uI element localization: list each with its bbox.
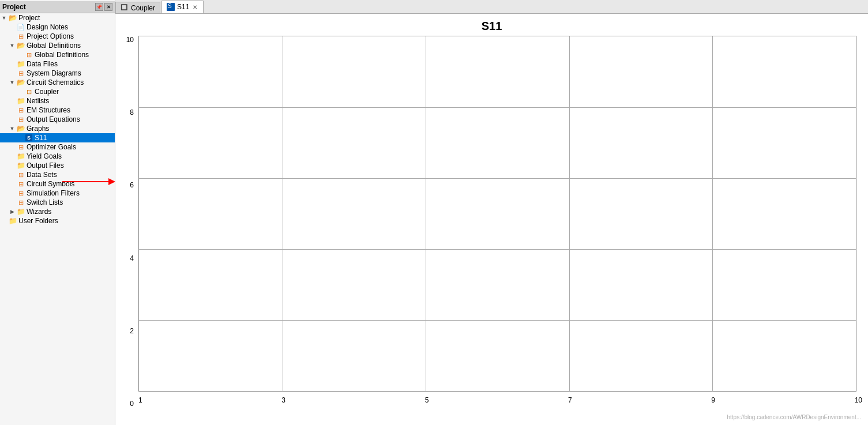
tree-item-netlists[interactable]: 📁 Netlists <box>0 96 115 106</box>
tree-item-data-sets[interactable]: ⊞ Data Sets <box>0 170 115 179</box>
tree-label-em-structures: EM Structures <box>27 106 70 114</box>
content-area: S11 10 8 6 4 2 0 <box>115 14 868 425</box>
tree-expand-design-notes <box>8 23 16 31</box>
tab-coupler-icon: 🔲 <box>121 4 129 12</box>
tree-icon-output-files: 📁 <box>16 161 25 170</box>
tree-item-user-folders[interactable]: 📁 User Folders <box>0 216 115 225</box>
tree-icon-global-definitions: ⊞ <box>24 51 33 59</box>
chart-title: S11 <box>115 14 868 36</box>
tree-label-project: Project <box>18 14 40 22</box>
tree-item-project[interactable]: ▼ 📂 Project <box>0 13 115 22</box>
tree-expand-wizards[interactable]: ▶ <box>8 208 16 216</box>
yaxis-label-2: 2 <box>130 327 136 335</box>
tab-s11[interactable]: S S11 ✕ <box>161 1 204 13</box>
tree-item-simulation-filters[interactable]: ⊞ Simulation Filters <box>0 189 115 198</box>
sidebar-title-label: Project <box>2 3 26 11</box>
tree-icon-netlists: 📁 <box>16 97 25 105</box>
tree-label-simulation-filters: Simulation Filters <box>27 189 80 197</box>
tree-icon-global-definitions-group: 📂 <box>16 42 25 50</box>
tree-label-data-files: Data Files <box>27 60 58 68</box>
sidebar-pin-btn[interactable]: 📌 <box>95 3 103 11</box>
tree-icon-coupler: ⊡ <box>24 88 33 96</box>
tree-label-yield-goals: Yield Goals <box>27 152 62 160</box>
tab-s11-close[interactable]: ✕ <box>191 4 198 10</box>
tree-item-s11-item[interactable]: S S11 <box>0 133 115 142</box>
yaxis-label-0: 0 <box>130 400 136 408</box>
grid-v-3 <box>569 36 570 391</box>
tree-expand-user-folders <box>0 217 8 225</box>
tree-icon-design-notes: 📄 <box>16 23 25 31</box>
project-tree: ▼ 📂 Project 📄 Design Notes ⊞ Project Opt… <box>0 13 115 225</box>
tree-label-optimizer-goals: Optimizer Goals <box>27 143 76 151</box>
tree-item-circuit-symbols[interactable]: ⊞ Circuit Symbols <box>0 179 115 189</box>
tree-icon-wizards: 📁 <box>16 208 25 216</box>
tree-item-global-definitions-group[interactable]: ▼ 📂 Global Definitions <box>0 41 115 50</box>
tab-coupler[interactable]: 🔲 Coupler <box>115 2 160 13</box>
xaxis-label-1: 1 <box>138 396 142 409</box>
tree-item-system-diagrams[interactable]: ⊞ System Diagrams <box>0 69 115 78</box>
tree-expand-project[interactable]: ▼ <box>0 14 8 22</box>
yaxis-label-4: 4 <box>130 254 136 262</box>
tree-icon-s11-item: S <box>24 134 33 142</box>
grid-h-3 <box>139 249 856 250</box>
xaxis-label-7: 7 <box>568 396 572 409</box>
tree-item-graphs[interactable]: ▼ 📂 Graphs <box>0 124 115 133</box>
tree-expand-simulation-filters <box>8 189 16 197</box>
tree-expand-netlists <box>8 97 16 105</box>
tree-icon-circuit-symbols: ⊞ <box>16 180 25 188</box>
tab-s11-label: S11 <box>177 3 189 11</box>
tree-label-circuit-symbols: Circuit Symbols <box>27 180 74 188</box>
sidebar-title: Project 📌 ✕ <box>0 1 115 13</box>
tree-label-system-diagrams: System Diagrams <box>27 69 81 77</box>
tab-coupler-label: Coupler <box>131 4 155 12</box>
tree-label-switch-lists: Switch Lists <box>27 198 63 206</box>
tree-expand-output-files <box>8 161 16 170</box>
sidebar: Project 📌 ✕ ▼ 📂 Project 📄 Design Notes ⊞… <box>0 0 115 425</box>
tree-item-global-definitions[interactable]: ⊞ Global Definitions <box>0 50 115 59</box>
tree-expand-system-diagrams <box>8 69 16 77</box>
tree-icon-system-diagrams: ⊞ <box>16 69 25 77</box>
tree-item-circuit-schematics[interactable]: ▼ 📂 Circuit Schematics <box>0 78 115 87</box>
tree-item-em-structures[interactable]: ⊞ EM Structures <box>0 106 115 115</box>
tree-expand-graphs[interactable]: ▼ <box>8 125 16 133</box>
tree-item-optimizer-goals[interactable]: ⊞ Optimizer Goals <box>0 142 115 152</box>
xaxis-label-3: 3 <box>281 396 285 409</box>
tree-item-coupler[interactable]: ⊡ Coupler <box>0 87 115 96</box>
tree-item-data-files[interactable]: 📁 Data Files <box>0 59 115 69</box>
tree-label-output-files: Output Files <box>27 161 64 170</box>
tree-expand-yield-goals <box>8 152 16 160</box>
tab-bar: 🔲 Coupler S S11 ✕ <box>115 0 868 14</box>
grid-h-1 <box>139 107 856 108</box>
sidebar-close-btn[interactable]: ✕ <box>104 3 112 11</box>
tree-expand-project-options <box>8 32 16 40</box>
tree-label-user-folders: User Folders <box>18 217 58 225</box>
tree-item-switch-lists[interactable]: ⊞ Switch Lists <box>0 198 115 207</box>
tree-label-graphs: Graphs <box>27 125 49 133</box>
tree-expand-global-definitions-group[interactable]: ▼ <box>8 42 16 50</box>
chart-plot-area <box>138 36 856 392</box>
tree-label-wizards: Wizards <box>27 208 51 216</box>
tree-item-output-equations[interactable]: ⊞ Output Equations <box>0 115 115 124</box>
tree-item-project-options[interactable]: ⊞ Project Options <box>0 32 115 41</box>
tree-icon-project-options: ⊞ <box>16 32 25 40</box>
tree-label-data-sets: Data Sets <box>27 171 57 179</box>
tree-item-design-notes[interactable]: 📄 Design Notes <box>0 22 115 32</box>
tree-expand-output-equations <box>8 115 16 123</box>
tree-expand-switch-lists <box>8 198 16 206</box>
tree-label-coupler: Coupler <box>35 88 59 96</box>
tree-icon-user-folders: 📁 <box>8 217 17 225</box>
xaxis-label-9: 9 <box>711 396 715 409</box>
grid-h-2 <box>139 178 856 179</box>
tree-expand-circuit-schematics[interactable]: ▼ <box>8 78 16 86</box>
tree-expand-s11-item <box>16 134 24 142</box>
tree-expand-global-definitions <box>16 51 24 59</box>
chart-body: 10 8 6 4 2 0 <box>115 36 868 425</box>
tree-icon-switch-lists: ⊞ <box>16 198 25 206</box>
tree-icon-optimizer-goals: ⊞ <box>16 143 25 151</box>
tree-label-design-notes: Design Notes <box>27 23 68 31</box>
tree-item-output-files[interactable]: 📁 Output Files <box>0 161 115 170</box>
tree-expand-em-structures <box>8 106 16 114</box>
xaxis-label-5: 5 <box>425 396 429 409</box>
tree-item-yield-goals[interactable]: 📁 Yield Goals <box>0 152 115 161</box>
tree-item-wizards[interactable]: ▶ 📁 Wizards <box>0 207 115 216</box>
